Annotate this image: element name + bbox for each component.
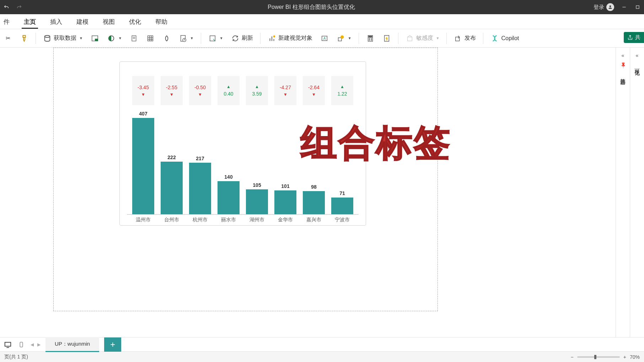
tab-optimize[interactable]: 优化 [128,15,142,29]
bar-value-label: 140 [224,174,232,180]
bar-column: 217 [189,156,211,214]
bar-value-label: 101 [281,183,289,189]
svg-rect-37 [20,342,23,347]
chart-icon [268,34,276,43]
collapse-icon[interactable]: « [622,53,624,58]
excel-button[interactable] [89,33,101,44]
format-painter-button[interactable] [18,33,30,44]
chevron-down-icon: ▼ [79,36,83,40]
quick-measure-icon [382,34,391,43]
scissors-icon: ✂ [4,34,12,43]
toolbar: ✂ 获取数据 ▼ ▼ ▼ ▼ 刷新 新建视觉对象 A ▼ 敏感度 ▼ 发布 Co… [0,29,644,48]
svg-rect-10 [147,36,153,41]
enter-data-button[interactable] [145,33,156,44]
transform-button[interactable]: ▼ [207,33,225,44]
canvas-area: -3.45▼-2.55▼-0.50▼▲0.40▲3.59-4.27▼-2.64▼… [0,48,644,337]
bar-value-label: 217 [196,156,204,161]
kpi-card: -2.64▼ [303,76,325,105]
next-page-button[interactable]: ▶ [37,342,41,347]
chevron-down-icon: ▼ [118,36,122,40]
tab-home[interactable]: 主页 [23,15,37,29]
more-visuals-button[interactable]: ▼ [335,33,353,44]
page-tab-active[interactable]: UP：wujunmin [45,337,99,352]
cut-button[interactable]: ✂ [2,33,14,44]
undo-button[interactable] [3,4,10,11]
zoom-level: 70% [630,354,640,360]
svg-rect-35 [5,342,11,346]
bar [246,189,268,214]
datahub-icon [107,34,116,43]
kpi-card: -3.45▼ [132,76,154,105]
share-button[interactable]: 共 [624,32,644,43]
divider [36,33,36,44]
divider [201,33,201,44]
desktop-view-button[interactable] [4,340,12,349]
tab-file[interactable]: 件 [3,15,10,29]
sensitivity-button: 敏感度 ▼ [404,33,441,44]
bar [331,198,353,214]
transform-icon [208,34,217,43]
tab-help[interactable]: 帮助 [155,15,168,29]
tab-model[interactable]: 建模 [76,15,89,29]
copilot-label: Copilot [501,35,519,42]
tab-insert[interactable]: 插入 [49,15,63,29]
redo-button[interactable] [16,4,23,11]
minimize-button[interactable] [621,4,628,11]
add-page-button[interactable]: + [104,337,121,352]
new-visual-button[interactable]: 新建视觉对象 [266,33,314,44]
divider [398,33,398,44]
bar-column: 71 [331,190,353,214]
svg-text:A: A [323,36,326,40]
bar-value-label: 71 [339,190,345,196]
tab-view[interactable]: 视图 [102,15,116,29]
bar-column: 101 [274,183,296,214]
text-box-button[interactable]: A [319,33,330,44]
datahub-button[interactable]: ▼ [106,33,123,44]
category-label: 金华市 [274,217,296,223]
dataverse-button[interactable] [161,33,172,44]
publish-icon [454,34,462,43]
arrow-down-icon: ▼ [312,92,316,97]
svg-point-25 [340,35,344,38]
mobile-view-button[interactable] [17,340,26,349]
maximize-button[interactable] [634,4,641,11]
page-nav: ◀ ▶ [31,342,41,347]
sign-in-button[interactable]: 登录 [594,3,614,11]
avatar-icon [606,3,614,11]
bar [161,162,183,214]
brush-icon [20,34,28,43]
arrow-down-icon: ▼ [283,92,288,97]
divider [483,33,483,44]
quick-measure-button[interactable] [381,33,392,44]
new-measure-button[interactable] [365,33,376,44]
report-page[interactable]: -3.45▼-2.55▼-0.50▼▲0.40▲3.59-4.27▼-2.64▼… [53,48,438,311]
visualizations-pane-label: 可视化 [634,65,640,67]
statusbar: 页(共 1 页) − + 70% [0,351,644,362]
copilot-button[interactable]: Copilot [489,33,520,44]
visualizations-pane[interactable]: « 可视化 [630,48,644,337]
svg-rect-5 [95,38,98,40]
pin-icon[interactable]: 📌 [619,61,627,69]
svg-point-30 [369,39,370,40]
filters-pane[interactable]: « 📌 筛选器 [616,48,630,337]
calculator-icon [366,34,375,43]
sql-button[interactable] [128,33,140,44]
zoom-in-button[interactable]: + [623,354,626,360]
filters-pane-label: 筛选器 [619,74,626,76]
divider [446,33,447,44]
zoom-slider[interactable] [577,356,620,358]
zoom-control: − + 70% [571,354,640,360]
textbox-icon: A [320,34,329,43]
prev-page-button[interactable]: ◀ [31,342,34,347]
recent-button[interactable]: ▼ [177,33,195,44]
refresh-button[interactable]: 刷新 [230,33,254,44]
get-data-button[interactable]: 获取数据 ▼ [42,33,84,44]
bar [132,118,154,214]
kpi-value: -4.27 [280,85,291,90]
bar [189,163,211,214]
publish-button[interactable]: 发布 [452,33,477,44]
zoom-out-button[interactable]: − [571,354,574,360]
svg-point-31 [371,39,371,40]
kpi-value: 0.40 [224,91,233,97]
collapse-icon[interactable]: « [636,53,639,58]
